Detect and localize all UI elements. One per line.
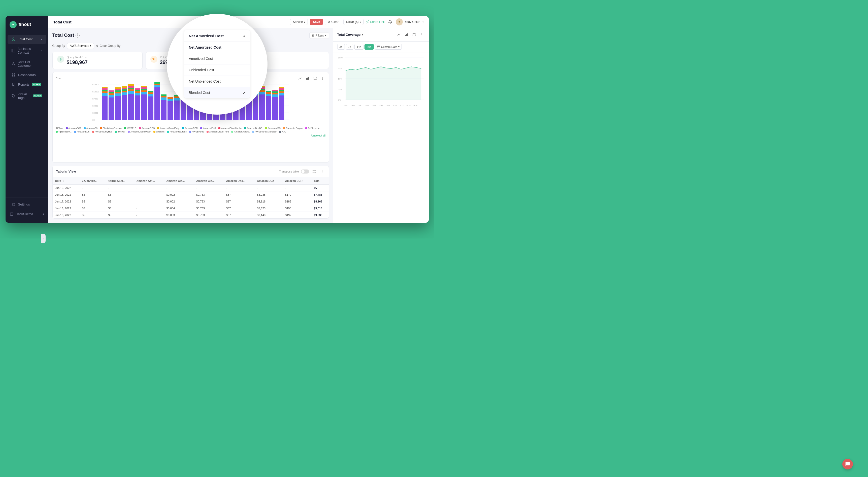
transpose-label: Transpose table <box>279 170 299 173</box>
col-ecr[interactable]: Amazon ECR <box>283 177 311 185</box>
service-selector-label: Service <box>293 20 303 24</box>
svg-rect-19 <box>307 77 308 80</box>
unselect-all-button[interactable]: Unselect all <box>56 134 326 137</box>
sidebar-item-reports[interactable]: Reports ALPHA <box>7 80 46 89</box>
svg-rect-62 <box>135 95 140 120</box>
table-header: Date ↓ 3z2lfIvyzn... 4gjrb8o3u0... Amazo… <box>53 177 329 185</box>
sidebar-item-virtual-tags[interactable]: Virtual Tags ALPHA <box>7 90 46 102</box>
dropdown-item-blended-cost[interactable]: Blended Cost ↗ <box>184 87 250 98</box>
sidebar-item-total-cost[interactable]: $ Total Cost ▾ <box>7 35 46 44</box>
coverage-expand-icon[interactable] <box>411 32 417 38</box>
table-more-options-icon[interactable]: ⋮ <box>319 168 325 174</box>
clear-group-by-button[interactable]: ↺ Clear Group By <box>96 44 120 47</box>
svg-rect-9 <box>12 75 13 76</box>
info-icon[interactable]: i <box>75 33 80 37</box>
svg-rect-82 <box>161 97 166 100</box>
settings-icon <box>11 202 16 206</box>
svg-rect-79 <box>154 84 160 85</box>
svg-rect-55 <box>122 86 127 88</box>
col-clo1[interactable]: Amazon Clo... <box>164 177 194 185</box>
workspace-selector[interactable]: Finout-Demo ▾ <box>5 210 48 219</box>
date-7d-button[interactable]: 7d <box>346 44 353 50</box>
coverage-more-options-icon[interactable]: ⋮ <box>418 32 425 38</box>
dropdown-header[interactable]: Net Amortized Cost ∧ <box>184 30 250 42</box>
col-clo2[interactable]: Amazon Clo... <box>194 177 224 185</box>
dropdown-item-net-amortized-cost[interactable]: Net Amortized Cost <box>184 42 250 53</box>
more-options-icon[interactable]: ⋮ <box>320 75 326 81</box>
svg-rect-81 <box>161 100 166 120</box>
filters-button[interactable]: ⊟ Filters ▾ <box>309 32 329 39</box>
dropdown-item-net-unblended-cost[interactable]: Net Unblended Cost <box>184 76 250 87</box>
col-3z2[interactable]: 3z2lfIvyzn... <box>79 177 105 185</box>
legend-dot <box>56 127 58 129</box>
svg-rect-72 <box>141 86 147 87</box>
sidebar-item-label-cost-per-customer: Cost Per Customer <box>18 60 42 67</box>
workspace-chevron-icon: ▾ <box>43 213 44 215</box>
date-30d-button[interactable]: 30d <box>365 44 374 50</box>
svg-rect-156 <box>259 94 265 120</box>
legend-item: AmazonS3 <box>84 127 97 129</box>
col-date[interactable]: Date ↓ <box>53 177 80 185</box>
legend-item: AWSELB <box>124 127 136 129</box>
svg-rect-64 <box>135 91 140 93</box>
sidebar-nav: $ Total Cost ▾ Business Context › <box>5 32 48 197</box>
table-row: Jun 18, 2022 $5 $5 - $0.002 $0.763 $37 $… <box>53 191 329 198</box>
svg-rect-57 <box>128 91 134 94</box>
coverage-bar-chart-icon[interactable] <box>404 32 409 38</box>
expand-table-icon[interactable] <box>311 168 317 174</box>
table-title: Tabular View <box>56 169 76 173</box>
svg-rect-20 <box>308 77 309 80</box>
clear-button[interactable]: ↺ Clear <box>325 19 341 25</box>
date-3d-button[interactable]: 3d <box>337 44 345 50</box>
sidebar-item-settings[interactable]: Settings <box>7 200 46 209</box>
svg-rect-71 <box>141 87 147 89</box>
col-doc[interactable]: Amazon Doc... <box>224 177 255 185</box>
dropdown-item-amortized-cost[interactable]: Amortized Cost <box>184 53 250 64</box>
save-button[interactable]: Save <box>310 19 323 25</box>
svg-rect-44 <box>115 96 121 120</box>
svg-rect-54 <box>122 88 127 89</box>
legend-item: AmazonEC5 <box>74 130 90 133</box>
currency-selector[interactable]: Dollar ($) ▾ <box>343 19 364 25</box>
dropdown-collapse-icon: ∧ <box>243 34 245 38</box>
line-chart-icon[interactable] <box>297 75 303 81</box>
service-selector-chevron-icon: ▾ <box>304 21 305 24</box>
svg-rect-75 <box>148 92 153 94</box>
custom-date-button[interactable]: Custom Date ▾ <box>375 44 402 50</box>
svg-rect-85 <box>167 101 173 120</box>
svg-rect-53 <box>122 89 127 91</box>
svg-text:25%: 25% <box>338 88 342 91</box>
share-link-button[interactable]: Share Link <box>366 20 384 24</box>
sidebar-item-dashboards[interactable]: Dashboards <box>7 70 46 80</box>
svg-text:$10000: $10000 <box>92 91 99 93</box>
svg-rect-52 <box>122 91 127 92</box>
group-by-selector[interactable]: AWS Services ▾ <box>67 43 94 49</box>
col-ath[interactable]: Amazon Ath... <box>134 177 164 185</box>
expand-chart-icon[interactable] <box>312 75 318 81</box>
svg-rect-174 <box>279 90 284 91</box>
notification-icon[interactable] <box>386 19 394 26</box>
coverage-line-chart-icon[interactable] <box>396 32 402 38</box>
svg-rect-46 <box>115 92 121 93</box>
svg-rect-43 <box>108 90 114 92</box>
col-ec2[interactable]: Amazon EC2 <box>254 177 283 185</box>
svg-rect-166 <box>272 97 278 120</box>
dropdown-item-unblended-cost[interactable]: Unblended Cost <box>184 64 250 76</box>
sidebar-item-cost-per-customer[interactable]: Cost Per Customer <box>7 57 46 70</box>
business-context-icon <box>11 49 15 53</box>
svg-rect-70 <box>141 89 147 90</box>
table-row: Jun 19, 2022 - - - - - - - - $6 <box>53 184 329 191</box>
user-name[interactable]: Yoav Golub <box>405 20 421 24</box>
bar-chart-icon[interactable] <box>305 75 311 81</box>
transpose-toggle[interactable] <box>301 169 309 173</box>
col-total[interactable]: Total <box>311 177 329 185</box>
date-14d-button[interactable]: 14d <box>354 44 364 50</box>
service-selector[interactable]: Service ▾ <box>290 19 308 25</box>
legend-item: 4gjrb8o3u0... <box>56 130 72 133</box>
sidebar-collapse-button[interactable]: ‹ <box>41 234 45 238</box>
sidebar-item-business-context[interactable]: Business Context › <box>7 44 46 57</box>
svg-rect-165 <box>266 91 271 92</box>
svg-text:$12500: $12500 <box>92 84 99 86</box>
reports-icon <box>11 83 16 87</box>
col-4gj[interactable]: 4gjrb8o3u0... <box>105 177 134 185</box>
